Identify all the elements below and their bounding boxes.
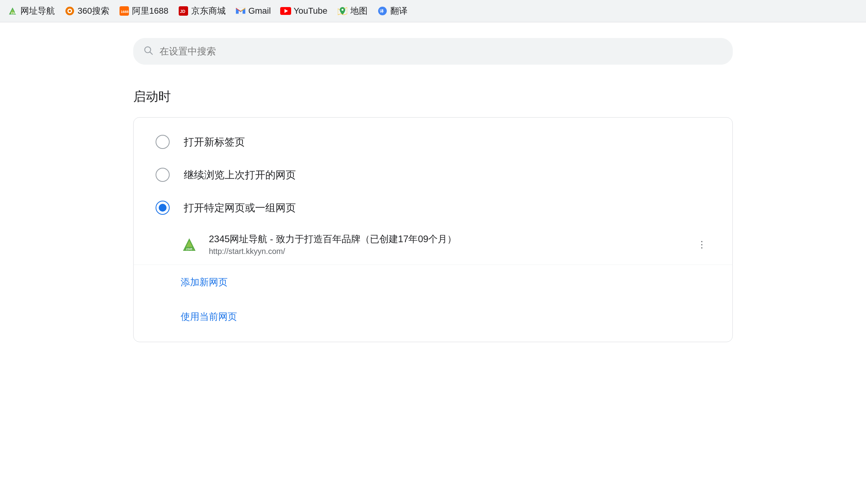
ditu-icon (337, 5, 348, 16)
site-url: http://start.kkyyn.com/ (209, 247, 682, 256)
site-title: 2345网址导航 - 致力于打造百年品牌（已创建17年09个月） (209, 233, 682, 245)
option-new-tab-label: 打开新标签页 (184, 135, 245, 149)
jd-icon: JD (178, 5, 189, 16)
options-card: 打开新标签页 继续浏览上次打开的网页 打开特定网页或一组网页 2345 (133, 117, 733, 342)
search-icon (143, 45, 153, 58)
search-box-wrapper (133, 38, 733, 65)
more-icon: ⋮ (697, 239, 707, 250)
option-continue-label: 继续浏览上次打开的网页 (184, 168, 296, 182)
site-info: 2345网址导航 - 致力于打造百年品牌（已创建17年09个月） http://… (209, 233, 682, 256)
svg-line-17 (150, 52, 152, 54)
option-continue[interactable]: 继续浏览上次打开的网页 (134, 158, 732, 191)
gmail-icon (235, 5, 246, 16)
wangzhi-icon: 2345 (7, 5, 18, 16)
youtube-icon (280, 5, 291, 16)
svg-text:JD: JD (180, 9, 185, 14)
bookmark-wangzhi[interactable]: 2345 网址导航 (3, 3, 59, 19)
bookmark-ali-label: 阿里1688 (132, 5, 168, 17)
bookmark-fanyi[interactable]: 译 翻译 (373, 3, 411, 19)
search-container (133, 38, 733, 65)
site-favicon: 2345 (181, 236, 198, 253)
ali-icon: 1688 (119, 5, 130, 16)
add-page-link[interactable]: 添加新网页 (181, 277, 228, 287)
option-specific-label: 打开特定网页或一组网页 (184, 201, 296, 215)
bookmark-youtube[interactable]: YouTube (276, 3, 331, 19)
search-input[interactable] (159, 46, 723, 57)
radio-continue[interactable] (156, 168, 170, 182)
use-current-link[interactable]: 使用当前网页 (181, 311, 237, 322)
radio-new-tab[interactable] (156, 135, 170, 149)
bookmark-gmail-label: Gmail (248, 6, 271, 16)
svg-text:1688: 1688 (121, 10, 129, 14)
bookmark-ditu[interactable]: 地图 (333, 3, 371, 19)
section-title: 启动时 (133, 88, 733, 105)
option-new-tab[interactable]: 打开新标签页 (134, 125, 732, 158)
bookmark-ali[interactable]: 1688 阿里1688 (115, 3, 172, 19)
svg-text:2345: 2345 (11, 12, 17, 15)
bookmark-ditu-label: 地图 (350, 5, 368, 17)
add-page-row: 添加新网页 (134, 265, 732, 299)
bookmark-360-label: 360搜索 (78, 5, 109, 17)
fanyi-icon: 译 (377, 5, 388, 16)
main-content: 启动时 打开新标签页 继续浏览上次打开的网页 打开特定网页或一组网页 (0, 22, 866, 358)
bookmarks-bar: 2345 网址导航 360搜索 1688 阿里1688 (0, 0, 866, 22)
svg-text:2345: 2345 (186, 248, 192, 250)
svg-text:译: 译 (380, 9, 384, 13)
radio-specific[interactable] (156, 201, 170, 215)
bookmark-jd-label: 京东商城 (191, 5, 226, 17)
bookmark-360[interactable]: 360搜索 (60, 3, 113, 19)
svg-point-13 (341, 9, 343, 11)
use-current-row: 使用当前网页 (134, 299, 732, 334)
bookmark-jd[interactable]: JD 京东商城 (174, 3, 230, 19)
startup-page-entry: 2345 2345网址导航 - 致力于打造百年品牌（已创建17年09个月） ht… (134, 224, 732, 265)
bookmark-youtube-label: YouTube (293, 6, 327, 16)
bookmark-fanyi-label: 翻译 (390, 5, 408, 17)
svg-point-5 (69, 10, 71, 12)
option-specific[interactable]: 打开特定网页或一组网页 (134, 191, 732, 224)
more-options-button[interactable]: ⋮ (693, 236, 710, 253)
bookmark-gmail[interactable]: Gmail (231, 3, 275, 19)
bookmark-wangzhi-label: 网址导航 (20, 5, 55, 17)
360-icon (64, 5, 75, 16)
